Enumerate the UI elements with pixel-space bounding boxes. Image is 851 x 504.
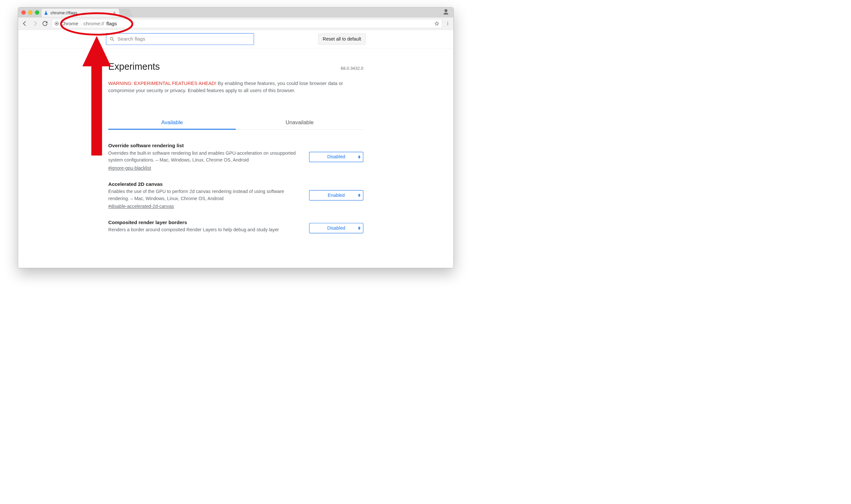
svg-point-5 — [110, 37, 113, 40]
flag-item: Override software rendering list Overrid… — [108, 137, 364, 175]
chrome-version: 68.0.3432.0 — [341, 66, 364, 71]
window-maximize-button[interactable] — [35, 11, 39, 15]
reload-button[interactable] — [42, 20, 48, 27]
tab-title: chrome://flags — [51, 11, 110, 15]
flag-state-select[interactable]: Disabled — [309, 152, 363, 162]
flag-anchor-link[interactable]: #ignore-gpu-blacklist — [108, 165, 151, 171]
svg-point-2 — [447, 22, 448, 23]
site-chip-label: Chrome — [60, 21, 78, 26]
profile-icon[interactable] — [442, 8, 450, 16]
select-chevrons-icon — [358, 155, 361, 159]
flag-title: Override software rendering list — [108, 143, 302, 149]
window-close-button[interactable] — [21, 11, 25, 15]
new-tab-button[interactable] — [119, 9, 132, 17]
tab-unavailable[interactable]: Unavailable — [236, 115, 363, 129]
browser-tab[interactable]: chrome://flags ✕ — [41, 8, 119, 17]
address-bar[interactable]: Chrome chrome://flags — [52, 19, 442, 28]
page-title: Experiments — [108, 61, 160, 72]
overflow-menu-icon[interactable] — [446, 20, 450, 27]
flag-title: Accelerated 2D canvas — [108, 181, 302, 187]
tab-available[interactable]: Available — [108, 115, 236, 129]
reset-all-button[interactable]: Reset all to default — [318, 33, 365, 44]
flag-state-value: Disabled — [327, 226, 345, 231]
page-content: Reset all to default Experiments 68.0.34… — [18, 30, 453, 268]
flags-list: Override software rendering list Overrid… — [108, 137, 364, 241]
flag-state-select[interactable]: Enabled — [309, 190, 363, 200]
flask-icon — [44, 11, 48, 15]
browser-window: chrome://flags ✕ — [18, 7, 454, 268]
warning-text: WARNING: EXPERIMENTAL FEATURES AHEAD! By… — [108, 80, 364, 94]
chrome-icon — [54, 21, 59, 25]
close-tab-icon[interactable]: ✕ — [112, 10, 117, 16]
search-input[interactable] — [117, 36, 250, 42]
flag-description: Overrides the built-in software renderin… — [108, 149, 302, 163]
flag-title: Composited render layer borders — [108, 220, 302, 226]
warning-lead: WARNING: EXPERIMENTAL FEATURES AHEAD! — [108, 81, 216, 86]
flag-state-value: Disabled — [327, 154, 345, 160]
content-tabs: Available Unavailable — [108, 115, 364, 129]
select-chevrons-icon — [358, 227, 361, 230]
flag-item: Composited render layer borders Renders … — [108, 213, 364, 241]
search-icon — [110, 37, 114, 41]
site-chip: Chrome — [54, 21, 78, 26]
forward-button[interactable] — [32, 20, 38, 27]
svg-point-3 — [447, 23, 448, 24]
search-row: Reset all to default — [18, 30, 453, 48]
url-scheme: chrome:// — [83, 21, 104, 26]
window-controls — [21, 11, 39, 15]
select-chevrons-icon — [358, 194, 361, 197]
flag-anchor-link[interactable]: #disable-accelerated-2d-canvas — [108, 204, 174, 209]
window-minimize-button[interactable] — [28, 11, 33, 15]
divider — [81, 21, 81, 26]
flag-state-select[interactable]: Disabled — [309, 223, 363, 233]
bookmark-star-icon[interactable] — [434, 21, 439, 26]
svg-line-6 — [112, 40, 114, 41]
url-path: flags — [106, 21, 117, 26]
tab-bar: chrome://flags ✕ — [18, 7, 453, 17]
back-button[interactable] — [22, 20, 28, 27]
svg-point-1 — [56, 23, 57, 24]
flag-description: Renders a border around composited Rende… — [108, 227, 302, 233]
search-flags-box[interactable] — [106, 33, 254, 45]
flag-state-value: Enabled — [328, 192, 345, 198]
svg-point-4 — [447, 24, 448, 25]
toolbar: Chrome chrome://flags — [18, 17, 453, 30]
flag-item: Accelerated 2D canvas Enables the use of… — [108, 175, 364, 213]
flag-description: Enables the use of the GPU to perform 2d… — [108, 188, 302, 202]
